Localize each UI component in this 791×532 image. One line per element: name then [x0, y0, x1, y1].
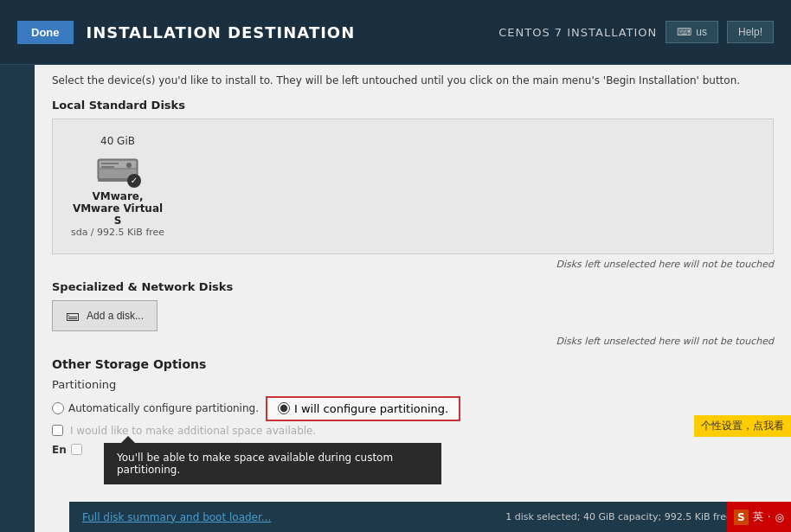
- disks-note-1: Disks left unselected here will not be t…: [52, 259, 774, 270]
- specialized-disks-area: 🖴 Add a disk...: [52, 300, 774, 331]
- svg-rect-3: [101, 163, 119, 164]
- disk-item[interactable]: 40 GiB ✓: [61, 128, 174, 245]
- chinese-overlay[interactable]: 个性设置，点我看: [694, 415, 791, 437]
- content-inner: Select the device(s) you'd like to insta…: [35, 65, 791, 465]
- partitioning-label: Partitioning: [52, 378, 774, 391]
- specialized-disks-title: Specialized & Network Disks: [52, 280, 774, 293]
- header: Done INSTALLATION DESTINATION CENTOS 7 I…: [0, 0, 791, 65]
- disk-name: VMware, VMware Virtual S: [68, 190, 167, 227]
- done-button[interactable]: Done: [17, 21, 74, 44]
- manual-partition-radio[interactable]: [278, 402, 290, 414]
- taskbar-overlay: S 英 · ◎: [727, 502, 791, 532]
- disk-check-icon: ✓: [127, 174, 141, 188]
- full-disk-summary-link[interactable]: Full disk summary and boot loader...: [82, 511, 271, 523]
- tooltip-text: You'll be able to make space available d…: [117, 452, 393, 476]
- space-available-row[interactable]: I would like to make additional space av…: [52, 425, 774, 437]
- svg-point-5: [126, 163, 132, 168]
- svg-rect-4: [101, 166, 114, 168]
- auto-partition-option[interactable]: Automatically configure partitioning.: [52, 402, 259, 414]
- disk-icon-wrapper: ✓: [96, 151, 139, 186]
- header-right: CENTOS 7 INSTALLATION ⌨ us Help!: [498, 21, 774, 43]
- auto-partition-label: Automatically configure partitioning.: [68, 402, 259, 414]
- taskbar-dot: ·: [768, 511, 771, 523]
- other-storage-title: Other Storage Options: [52, 357, 774, 371]
- add-disk-label: Add a disk...: [87, 310, 144, 322]
- manual-partition-highlighted-box[interactable]: I will configure partitioning.: [266, 396, 460, 421]
- tooltip-box: You'll be able to make space available d…: [104, 443, 441, 484]
- disk-size: 40 GiB: [100, 135, 135, 147]
- disks-note-2: Disks left unselected here will not be t…: [52, 336, 774, 347]
- footer-bar: Full disk summary and boot loader... 1 d…: [69, 502, 791, 532]
- footer-status-text: 1 disk selected; 40 GiB capacity; 992.5 …: [505, 511, 732, 522]
- partitioning-options-row: Automatically configure partitioning. I …: [52, 396, 774, 421]
- keyboard-button[interactable]: ⌨ us: [666, 21, 718, 43]
- taskbar-s-icon[interactable]: S: [734, 510, 749, 525]
- disk-info: sda / 992.5 KiB free: [71, 227, 164, 238]
- space-available-checkbox[interactable]: [52, 425, 63, 436]
- local-disks-title: Local Standard Disks: [52, 99, 774, 112]
- auto-partition-radio[interactable]: [52, 402, 64, 414]
- keyboard-icon: ⌨: [677, 26, 691, 38]
- taskbar-ring: ◎: [775, 511, 784, 523]
- manual-partition-label: I will configure partitioning.: [294, 402, 448, 415]
- centos-label: CENTOS 7 INSTALLATION: [498, 26, 657, 39]
- add-disk-icon: 🖴: [66, 308, 80, 324]
- instruction-text: Select the device(s) you'd like to insta…: [52, 74, 774, 88]
- local-disks-container: 40 GiB ✓: [52, 119, 774, 254]
- taskbar-lang[interactable]: 英: [753, 510, 763, 524]
- page-title: INSTALLATION DESTINATION: [87, 23, 356, 42]
- content-area: Select the device(s) you'd like to insta…: [35, 65, 791, 532]
- space-available-label: I would like to make additional space av…: [70, 425, 316, 437]
- add-disk-button[interactable]: 🖴 Add a disk...: [52, 300, 158, 331]
- help-button[interactable]: Help!: [727, 21, 774, 43]
- main-window: Done INSTALLATION DESTINATION CENTOS 7 I…: [0, 0, 791, 532]
- keyboard-lang-label: us: [696, 26, 707, 38]
- en-checkbox[interactable]: [71, 444, 82, 455]
- en-label: En: [52, 444, 67, 456]
